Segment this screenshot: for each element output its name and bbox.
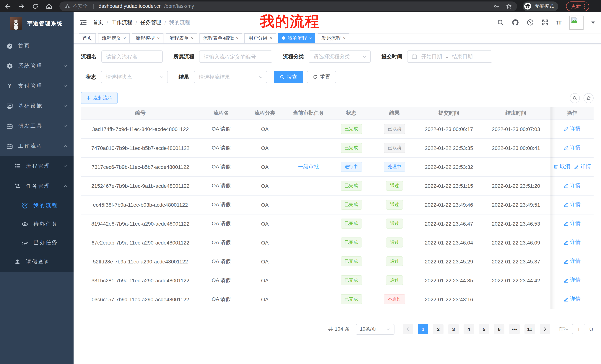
security-label: 不安全 [73,3,88,10]
avatar[interactable] [570,15,583,29]
tab-home[interactable]: 首页 [79,33,96,43]
back-icon[interactable] [4,3,11,10]
more-pages-button[interactable]: ••• [509,324,520,334]
result-select[interactable]: 请选择流结果 [194,71,267,83]
reload-icon[interactable] [32,3,39,10]
sidebar-item-home[interactable]: 首页 [0,36,74,56]
hamburger-icon[interactable] [80,19,87,26]
detail-link[interactable]: 详情 [563,277,581,284]
cell-result: 已取消 [372,138,416,157]
result-badge: 不通过 [384,294,405,304]
sidebar-item-leave-query[interactable]: 请假查询 [0,252,74,272]
jump-page-input[interactable] [572,324,585,334]
browser-update-button[interactable]: 更新 [566,1,589,11]
tab-process-definition[interactable]: 流程定义× [98,33,130,43]
status-select[interactable]: 请选择状态 [101,71,168,83]
avatar-caret-icon[interactable] [591,21,595,24]
search-button[interactable]: 搜索 [274,71,303,83]
page-button-5[interactable]: 5 [479,324,489,334]
category-select[interactable]: 请选择流程分类 [309,50,371,63]
tab-process-form-edit[interactable]: 流程表单-编辑× [200,33,242,43]
detail-link[interactable]: 详情 [563,182,581,189]
sidebar-item-done-tasks[interactable]: 已办任务 [0,233,74,252]
toggle-search-icon[interactable] [570,93,580,103]
detail-link[interactable]: 详情 [563,239,581,246]
detail-link[interactable]: 详情 [563,258,581,265]
cell-category: OA [242,271,287,290]
search-icon[interactable] [497,19,504,26]
jump-suffix: 页 [589,326,594,333]
page-button-3[interactable]: 3 [448,324,459,334]
breadcrumb-item[interactable]: 首页 [93,19,103,26]
refresh-icon[interactable] [583,93,594,103]
process-name-input[interactable] [101,50,163,63]
cell-category: OA [242,176,287,195]
submit-time-range-picker[interactable]: 开始日期 - 结束日期 [407,50,492,63]
page-button-4[interactable]: 4 [464,324,474,334]
cancel-link[interactable]: 取消 [553,163,570,170]
detail-link[interactable]: 详情 [563,144,581,151]
calendar-icon [411,54,417,59]
detail-link[interactable]: 详情 [563,220,581,227]
task-link[interactable]: 一级审批 [298,163,319,169]
sidebar-item-payment[interactable]: ¥支付管理 [0,76,74,96]
create-process-button[interactable]: 发起流程 [81,92,118,104]
status-badge: 已完成 [341,275,362,285]
tab-my-process[interactable]: 我的流程× [278,33,316,43]
close-icon[interactable]: × [270,35,272,41]
tab-process-form[interactable]: 流程表单× [166,33,197,43]
sidebar-item-dev-tools[interactable]: 研发工具 [0,116,74,136]
close-icon[interactable]: × [309,35,312,41]
table-row: 7317cec6-7b9b-11ec-b5b7-acde48001122OA 请… [81,157,594,176]
home-icon[interactable] [46,3,52,10]
bookmark-star-icon[interactable] [506,3,512,9]
forward-icon[interactable] [18,3,25,10]
page-button-2[interactable]: 2 [433,324,443,334]
reset-button[interactable]: 重置 [307,71,336,83]
fullscreen-icon[interactable] [541,19,549,26]
detail-link[interactable]: 详情 [563,201,581,208]
sidebar-item-my-process[interactable]: 我的流程 [0,196,74,215]
detail-link[interactable]: 详情 [563,125,581,132]
page-button-1[interactable]: 1 [418,324,428,334]
help-icon[interactable] [527,19,534,26]
close-icon[interactable]: × [123,35,126,41]
next-page-button[interactable] [540,324,550,334]
chevron-up-icon [63,184,68,189]
process-definition-input[interactable] [199,50,272,63]
cell-end-time: 2022-01-22 23:45:37 [481,252,551,271]
sidebar-item-system[interactable]: 系统管理 [0,56,74,76]
prev-page-button[interactable] [403,324,413,334]
address-bar[interactable]: 不安全 dashboard.yudao.iocoder.cn/bpm/task/… [60,1,517,11]
cell-status: 已完成 [330,195,372,214]
tab-start-process[interactable]: 发起流程× [318,33,349,43]
app-logo[interactable]: 芋道管理系统 [0,12,74,33]
sidebar-item-todo-tasks[interactable]: 待办任务 [0,215,74,233]
close-icon[interactable]: × [343,35,346,41]
font-size-icon[interactable]: tT [556,19,562,26]
breadcrumb-item[interactable]: 任务管理 [140,19,161,26]
sidebar-item-task-mgmt[interactable]: 任务管理 [0,176,74,196]
page-size-select[interactable]: 10条/页 [356,324,394,335]
reset-button-label: 重置 [320,74,330,80]
browser-menu-icon[interactable] [584,3,585,9]
breadcrumb-item[interactable]: 工作流程 [111,19,132,26]
page-button-6[interactable]: 6 [494,324,504,334]
close-icon[interactable]: × [157,35,160,41]
cell-category: OA [242,157,287,176]
tab-user-group[interactable]: 用户分组× [245,33,276,43]
sidebar-item-process-mgmt[interactable]: 流程管理 [0,156,74,176]
cell-submit-time: 2022-01-22 23:44:35 [416,271,481,290]
detail-link[interactable]: 详情 [563,296,581,302]
detail-link[interactable]: 详情 [574,163,591,170]
edit-icon [563,297,569,302]
url-path: /bpm/task/my [164,3,194,9]
close-icon[interactable]: × [191,35,193,41]
tab-process-model[interactable]: 流程模型× [132,33,163,43]
sidebar-item-workflow[interactable]: 工作流程 [0,136,74,156]
password-key-icon[interactable] [494,3,500,9]
sidebar-item-infrastructure[interactable]: 基础设施 [0,96,74,116]
page-button-11[interactable]: 11 [524,324,535,334]
close-icon[interactable]: × [236,35,239,41]
github-icon[interactable] [512,19,519,26]
